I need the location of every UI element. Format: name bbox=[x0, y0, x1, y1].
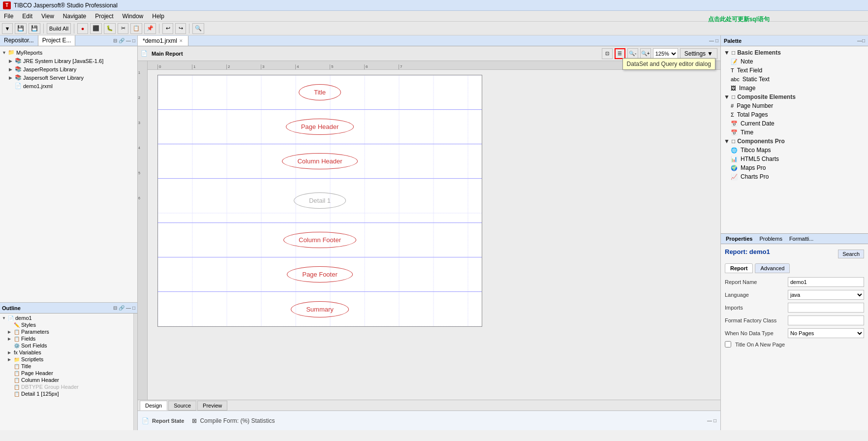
palette-item[interactable]: 📅Current Date bbox=[721, 119, 868, 128]
outline-item[interactable]: 📋Detail 1 [125px] bbox=[0, 390, 133, 397]
prop-tab-advanced[interactable]: Advanced bbox=[755, 263, 790, 273]
outline-item[interactable]: ▶fxVariables bbox=[0, 349, 133, 356]
minimize-icon[interactable]: — bbox=[126, 38, 131, 43]
toolbar-redo[interactable]: ↪ bbox=[175, 23, 186, 34]
zoom-in-btn[interactable]: 🔍+ bbox=[640, 48, 651, 59]
outline-collapse-icon[interactable]: ⊟ bbox=[113, 305, 117, 311]
toolbar-cut[interactable]: ✂ bbox=[118, 23, 128, 34]
palette-section[interactable]: ▼□Composite Elements bbox=[721, 93, 868, 101]
palette-header: Palette — □ bbox=[721, 35, 868, 46]
palette-item[interactable]: 📅Time bbox=[721, 128, 868, 137]
tab-project-explorer-label: Project E... bbox=[42, 37, 71, 44]
report-state-maximize[interactable]: □ bbox=[713, 418, 716, 423]
collapse-icon[interactable]: ⊟ bbox=[113, 38, 117, 43]
palette-item[interactable]: 📊HTML5 Charts bbox=[721, 155, 868, 163]
prop-select-language[interactable]: java groovy bbox=[788, 290, 864, 300]
palette-item[interactable]: #Page Number bbox=[721, 101, 868, 110]
outline-item[interactable]: ▶📋Parameters bbox=[0, 328, 133, 335]
tab-properties[interactable]: Properties bbox=[724, 235, 754, 243]
tab-project-explorer[interactable]: Project E... bbox=[38, 35, 76, 46]
fit-btn[interactable]: ⊡ bbox=[602, 48, 613, 59]
outline-item[interactable]: 📋Column Header bbox=[0, 377, 133, 383]
palette-item[interactable]: ΣTotal Pages bbox=[721, 110, 868, 119]
outline-item[interactable]: ▼📄demo1 bbox=[0, 315, 133, 321]
outline-link-icon[interactable]: 🔗 bbox=[119, 305, 124, 311]
prop-input-format-factory[interactable] bbox=[788, 315, 864, 325]
link-icon[interactable]: 🔗 bbox=[119, 38, 124, 43]
main-report-label: Main Report bbox=[152, 51, 183, 57]
toolbar-search[interactable]: 🔍 bbox=[192, 23, 204, 34]
tab-repository[interactable]: Repositor... bbox=[0, 35, 38, 46]
toolbar-run[interactable]: ● bbox=[77, 23, 88, 34]
tree-item[interactable]: 📄demo1.jrxml bbox=[0, 82, 137, 90]
toolbar-debug[interactable]: 🐛 bbox=[104, 23, 116, 34]
toolbar-save[interactable]: 💾 bbox=[15, 23, 27, 34]
editor-maximize-icon[interactable]: □ bbox=[715, 38, 718, 43]
prop-input-imports[interactable] bbox=[788, 303, 864, 313]
canvas-scroll-area[interactable]: 0 1 2 3 4 5 6 7 Title bbox=[148, 61, 720, 400]
palette-item[interactable]: 🌍Maps Pro bbox=[721, 163, 868, 172]
palette-maximize[interactable]: □ bbox=[862, 38, 865, 43]
toolbar-copy[interactable]: 📋 bbox=[130, 23, 142, 34]
outline-item[interactable]: ⚙️Sort Fields bbox=[0, 342, 133, 349]
menu-help[interactable]: Help bbox=[150, 12, 166, 21]
ruler-content: 0 1 2 3 4 5 6 7 bbox=[157, 64, 433, 69]
outline-item[interactable]: 📋Page Header bbox=[0, 370, 133, 377]
palette-item[interactable]: 🌐Tibco Maps bbox=[721, 146, 868, 155]
maximize-icon[interactable]: □ bbox=[132, 38, 135, 43]
toolbar-save-all[interactable]: 💾 bbox=[29, 23, 40, 34]
menu-window[interactable]: Window bbox=[121, 12, 146, 21]
report-section-icon2: 📄 bbox=[142, 417, 149, 424]
menu-view[interactable]: View bbox=[39, 12, 56, 21]
outline-scrollbar[interactable] bbox=[133, 314, 137, 430]
menu-project[interactable]: Project bbox=[93, 12, 115, 21]
tab-problems[interactable]: Problems bbox=[757, 235, 784, 243]
palette-minimize[interactable]: — bbox=[857, 38, 862, 43]
build-all-btn[interactable]: Build All bbox=[47, 23, 71, 34]
outline-item[interactable]: ✏️Styles bbox=[0, 321, 133, 328]
toolbar-stop[interactable]: ⬛ bbox=[90, 23, 102, 34]
palette-section[interactable]: ▼□Components Pro bbox=[721, 137, 868, 146]
report-state-minimize[interactable]: — bbox=[707, 418, 712, 423]
outline-item[interactable]: ▶📁Scriptlets bbox=[0, 356, 133, 363]
menu-file[interactable]: File bbox=[2, 12, 15, 21]
outline-item[interactable]: ▶📋Fields bbox=[0, 335, 133, 342]
tab-formatting[interactable]: Formatti... bbox=[787, 235, 816, 243]
settings-btn[interactable]: Settings ▼ bbox=[680, 48, 717, 59]
palette-item[interactable]: 📝Note bbox=[721, 57, 868, 66]
palette-section[interactable]: ▼□Basic Elements bbox=[721, 48, 868, 57]
close-icon[interactable]: ✕ bbox=[179, 38, 183, 43]
tree-item[interactable]: ▶📚JRE System Library [JavaSE-1.6] bbox=[0, 57, 137, 65]
outline-item[interactable]: 📋Title bbox=[0, 363, 133, 370]
palette-item[interactable]: 📈Charts Pro bbox=[721, 172, 868, 181]
toolbar-undo[interactable]: ↩ bbox=[162, 23, 173, 34]
zoom-select[interactable]: 125% 50% 75% 100% 150% 200% bbox=[653, 48, 678, 59]
toolbar-paste[interactable]: 📌 bbox=[144, 23, 156, 34]
band-summary: Summary bbox=[158, 292, 482, 326]
prop-tab-report[interactable]: Report bbox=[725, 263, 753, 273]
toolbar-sep-1 bbox=[43, 24, 44, 33]
tab-design[interactable]: Design bbox=[140, 401, 167, 410]
tree-item[interactable]: ▼📁MyReports bbox=[0, 48, 137, 57]
palette-item[interactable]: TText Field bbox=[721, 66, 868, 75]
zoom-out-btn[interactable]: 🔍- bbox=[627, 48, 638, 59]
outline-item[interactable]: 📋DBTYPE Group Header bbox=[0, 383, 133, 390]
prop-checkbox-title-new-page[interactable] bbox=[725, 341, 731, 347]
outline-maximize-icon[interactable]: □ bbox=[132, 305, 135, 311]
palette-item[interactable]: abcStatic Text bbox=[721, 75, 868, 84]
editor-minimize-icon[interactable]: — bbox=[709, 38, 714, 43]
tab-source[interactable]: Source bbox=[168, 401, 196, 410]
tree-item[interactable]: ▶📚Jaspersoft Server Library bbox=[0, 73, 137, 82]
prop-input-name[interactable] bbox=[788, 277, 864, 287]
editor-tab-demo1[interactable]: *demo1.jrxml ✕ bbox=[138, 36, 188, 46]
search-button[interactable]: Search bbox=[838, 250, 864, 258]
outline-minimize-icon[interactable]: — bbox=[126, 305, 131, 311]
dataset-query-btn[interactable]: ☰ bbox=[615, 48, 625, 59]
toolbar-dropdown[interactable]: ▼ bbox=[2, 23, 13, 34]
prop-select-no-data[interactable]: No Pages All Sections, No Detail Blank P… bbox=[788, 328, 864, 338]
tab-preview[interactable]: Preview bbox=[197, 401, 227, 410]
menu-edit[interactable]: Edit bbox=[20, 12, 34, 21]
menu-navigate[interactable]: Navigate bbox=[61, 12, 88, 21]
tree-item[interactable]: ▶📚JasperReports Library bbox=[0, 65, 137, 73]
palette-item[interactable]: 🖼Image bbox=[721, 84, 868, 93]
